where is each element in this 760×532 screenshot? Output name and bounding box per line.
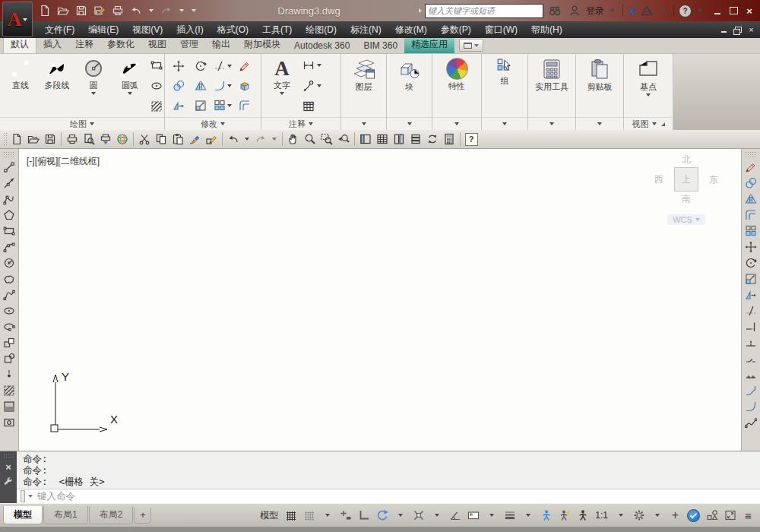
snap-dropdown[interactable] xyxy=(318,508,336,523)
qat-customize-dropdown[interactable] xyxy=(188,2,199,19)
qat-save-button[interactable] xyxy=(73,2,90,19)
model-space-toggle[interactable]: 模型 xyxy=(257,509,281,522)
ribbon-tab-home[interactable]: 默认 xyxy=(3,36,36,53)
tb-zoom-previous-button[interactable] xyxy=(335,131,352,147)
doc-close-button[interactable]: × xyxy=(745,24,758,36)
recent-commands-dropdown[interactable] xyxy=(28,495,33,498)
draw-panel-title[interactable]: 绘图 xyxy=(0,117,164,130)
ribbon-tab-bim360[interactable]: BIM 360 xyxy=(356,39,404,53)
sign-in-label[interactable]: 登录 xyxy=(586,5,604,17)
tb-properties-button[interactable] xyxy=(357,131,374,147)
vt-stretch-button[interactable] xyxy=(742,287,760,302)
dynamic-input-toggle[interactable] xyxy=(464,508,482,523)
menu-format[interactable]: 格式(O) xyxy=(211,21,255,38)
tb-zoom-window-button[interactable] xyxy=(318,131,335,147)
vt-insert-block-button[interactable] xyxy=(0,334,18,350)
vt-scale-button[interactable] xyxy=(742,271,760,287)
doc-restore-button[interactable] xyxy=(731,24,744,36)
ribbon-tab-insert[interactable]: 插入 xyxy=(36,36,68,53)
menu-parametric[interactable]: 参数(P) xyxy=(434,21,478,38)
viewcube-top-face[interactable]: 上 xyxy=(674,167,698,192)
vt-offset-button[interactable] xyxy=(742,207,760,223)
search-input[interactable] xyxy=(425,4,543,18)
grid-toggle[interactable] xyxy=(282,508,299,523)
vt-copy-button[interactable] xyxy=(742,175,760,191)
tb-block-editor-button[interactable] xyxy=(203,131,220,147)
annotation-autoscale-toggle[interactable] xyxy=(556,508,573,523)
exchange-apps-icon[interactable]: X xyxy=(628,5,635,17)
copy-button[interactable] xyxy=(173,80,185,92)
ribbon-tab-autodesk360[interactable]: Autodesk 360 xyxy=(287,39,356,53)
tb-redo-button[interactable] xyxy=(252,131,269,147)
vt-rotate-button[interactable] xyxy=(742,255,760,271)
clean-screen-button[interactable] xyxy=(721,508,739,523)
vt-point-button[interactable] xyxy=(0,366,18,382)
arc-button[interactable]: 圆弧 xyxy=(112,55,148,95)
trim-button[interactable] xyxy=(214,60,232,72)
layer-properties-button[interactable]: 图层 xyxy=(346,55,382,93)
object-properties-button[interactable]: 特性 xyxy=(439,55,475,92)
rotate-button[interactable] xyxy=(195,60,207,72)
new-layout-button[interactable]: + xyxy=(134,508,151,524)
annotation-scale-button[interactable] xyxy=(574,508,591,523)
viewcube-east-face[interactable]: 东 xyxy=(709,173,718,186)
layout2-tab[interactable]: 布局2 xyxy=(89,506,134,524)
menu-dimension[interactable]: 标注(N) xyxy=(344,21,388,38)
menu-window[interactable]: 窗口(W) xyxy=(478,21,524,38)
menu-draw[interactable]: 绘图(D) xyxy=(299,21,344,38)
viewport-controls[interactable]: [-][俯视][二维线框] xyxy=(27,155,100,168)
qat-redo-dropdown[interactable] xyxy=(176,2,187,19)
explode-button[interactable] xyxy=(239,80,251,92)
paste-button[interactable]: 剪贴板 xyxy=(581,55,618,93)
ribbon-collapse-button[interactable] xyxy=(459,39,483,52)
vt-blend-curves-button[interactable] xyxy=(742,414,760,430)
menu-modify[interactable]: 修改(M) xyxy=(388,21,434,38)
vt-revision-cloud-button[interactable] xyxy=(0,271,18,287)
dynamic-input-dropdown[interactable] xyxy=(483,508,500,523)
view-panel-title[interactable]: 视图 xyxy=(624,117,673,130)
tb-save-button[interactable] xyxy=(42,131,59,147)
tb-plot-preview-button[interactable] xyxy=(81,131,97,147)
search-button[interactable] xyxy=(546,2,563,19)
help-button[interactable]: ? xyxy=(679,5,692,17)
hardware-acceleration-button[interactable] xyxy=(685,508,702,523)
lineweight-toggle[interactable] xyxy=(501,508,518,523)
vt-break-button[interactable] xyxy=(742,350,760,366)
dialog-launcher-icon[interactable] xyxy=(661,122,665,126)
ortho-toggle[interactable] xyxy=(355,508,372,523)
fillet-button[interactable] xyxy=(214,80,232,92)
qat-new-button[interactable] xyxy=(36,2,53,19)
model-tab[interactable]: 模型 xyxy=(3,506,43,524)
ribbon-tab-parametric[interactable]: 参数化 xyxy=(100,36,141,53)
menu-help[interactable]: 帮助(H) xyxy=(524,21,569,38)
tb-publish-button[interactable] xyxy=(97,131,114,147)
polar-dropdown[interactable] xyxy=(391,508,409,523)
vt-array-button[interactable] xyxy=(742,223,760,239)
customization-button[interactable]: ≡ xyxy=(739,508,757,523)
vt-hatch-button[interactable] xyxy=(0,382,18,398)
tb-markup-set-manager-button[interactable] xyxy=(424,131,441,147)
vt-arc-button[interactable] xyxy=(0,239,18,255)
palette-close-button[interactable]: × xyxy=(5,461,11,473)
tb-new-button[interactable] xyxy=(8,131,25,147)
quick-calculator-button[interactable]: 实用工具 xyxy=(532,55,572,93)
vt-ellipse-arc-button[interactable] xyxy=(0,318,18,334)
array-button[interactable] xyxy=(214,100,232,112)
tb-match-properties-button[interactable] xyxy=(186,131,203,147)
group-button[interactable]: 组 xyxy=(486,55,523,87)
vt-break-at-point-button[interactable] xyxy=(742,334,760,350)
tb-paste-button[interactable] xyxy=(169,131,186,147)
vt-spline-button[interactable] xyxy=(0,287,18,302)
tb-3ddwf-button[interactable] xyxy=(114,131,131,147)
qat-open-button[interactable] xyxy=(55,2,71,19)
layers-panel-title[interactable] xyxy=(341,117,386,130)
viewcube-south-face[interactable]: 南 xyxy=(650,192,723,205)
annotation-panel-title[interactable]: 注释 xyxy=(261,117,340,130)
stretch-button[interactable] xyxy=(173,100,185,112)
menu-tools[interactable]: 工具(T) xyxy=(255,21,299,38)
vt-join-button[interactable] xyxy=(742,366,760,382)
ribbon-tab-view[interactable]: 视图 xyxy=(141,36,173,53)
move-button[interactable] xyxy=(173,60,185,72)
tb-undo-dropdown[interactable] xyxy=(242,131,252,147)
utilities-panel-title[interactable] xyxy=(528,117,575,130)
